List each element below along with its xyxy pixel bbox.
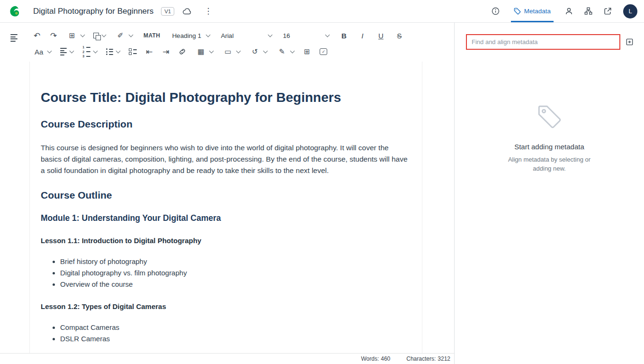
tab-metadata-label: Metadata [524, 8, 551, 15]
document-page[interactable]: Course Title: Digital Photography for Be… [29, 62, 422, 353]
add-metadata-icon[interactable] [626, 38, 634, 46]
frame-icon: ▭ [222, 45, 233, 58]
chevron-down-icon [325, 32, 330, 37]
checklist-icon [129, 48, 137, 55]
chevron-down-icon [290, 48, 295, 53]
annotate-dropdown[interactable]: ✎ [274, 45, 296, 58]
add-block-button[interactable]: ⊞ [301, 45, 313, 58]
bullet-list-icon [106, 48, 113, 55]
app-logo-icon [9, 5, 21, 18]
editor-pane: ↶ ↷ ⊞ ✐ MATH Heading 1 [0, 23, 455, 364]
table-dropdown[interactable]: ▦ [193, 45, 215, 58]
word-count-label: Words: [361, 355, 379, 362]
undo-button[interactable]: ↶ [31, 29, 43, 42]
metadata-empty-state: Start adding metadata Align metadata by … [455, 103, 644, 173]
version-badge[interactable]: V1 [161, 7, 174, 16]
font-family-value: Arial [221, 32, 233, 39]
math-button[interactable]: MATH [140, 32, 164, 39]
align-left-icon [60, 48, 67, 55]
font-size-select[interactable]: 16 [280, 29, 332, 42]
outdent-button[interactable]: ⇤ [143, 45, 155, 58]
cloud-icon [183, 8, 192, 15]
outline-toggle-icon[interactable] [10, 34, 18, 42]
link-icon [179, 48, 186, 55]
indent-button[interactable]: ⇥ [160, 45, 171, 58]
paint-icon: ✐ [115, 29, 126, 42]
hierarchy-icon[interactable] [584, 7, 592, 15]
link-button[interactable] [177, 45, 188, 58]
chevron-down-icon [116, 48, 121, 53]
insert-block-dropdown[interactable]: ⊞ [64, 29, 86, 42]
align-dropdown[interactable] [58, 45, 75, 58]
cloud-sync-icon[interactable] [183, 8, 192, 15]
character-count-label: Characters: [406, 355, 436, 362]
history-dropdown[interactable]: ↺ [247, 45, 269, 58]
editor-content: Course Title: Digital Photography for Be… [0, 62, 454, 353]
doc-lesson12-list: Compact Cameras DSLR Cameras [41, 322, 410, 345]
list-item: Overview of the course [60, 279, 410, 290]
metadata-search-highlight [466, 34, 620, 50]
user-icon[interactable] [565, 7, 573, 15]
tab-metadata[interactable]: Metadata [511, 0, 554, 22]
header-right: Metadata L [492, 0, 637, 22]
layout-dropdown[interactable] [91, 29, 107, 42]
metadata-search-input[interactable] [467, 35, 619, 49]
heading-style-select[interactable]: Heading 1 [169, 29, 213, 42]
underline-button[interactable]: U [374, 29, 387, 42]
numbered-list-icon: 1 2 3 [82, 46, 90, 58]
doc-description-paragraph: This course is designed for beginners wh… [41, 142, 410, 176]
list-item: Compact Cameras [60, 322, 410, 333]
word-count: Words: 460 [361, 355, 390, 362]
character-count: Characters: 3212 [406, 355, 450, 362]
share-icon[interactable] [604, 7, 612, 15]
tag-icon [514, 8, 521, 15]
tag-large-icon [536, 103, 563, 130]
chevron-down-icon [102, 32, 107, 37]
list-item: Digital photography vs. film photography [60, 267, 410, 279]
doc-outline-heading: Course Outline [41, 190, 410, 201]
numbered-list-dropdown[interactable]: 1 2 3 [80, 45, 99, 58]
chevron-down-icon [236, 48, 241, 53]
list-item: Brief history of photography [60, 256, 410, 267]
list-item: DSLR Cameras [60, 333, 410, 345]
app-logo[interactable] [8, 4, 23, 19]
font-family-select[interactable]: Arial [218, 29, 275, 42]
chevron-down-icon [129, 32, 134, 37]
heading-style-value: Heading 1 [172, 32, 201, 39]
more-options-button[interactable]: ⋮ [201, 6, 215, 16]
italic-button[interactable]: I [356, 29, 369, 42]
info-icon[interactable] [492, 7, 500, 15]
history-icon: ↺ [249, 45, 260, 58]
document-title[interactable]: Digital Photography for Beginners [33, 7, 153, 16]
comment-check-icon: ✓ [320, 48, 327, 55]
edit-icon: ✎ [276, 45, 287, 58]
chevron-down-icon [263, 48, 268, 53]
chevron-down-icon [70, 48, 74, 53]
insert-grid-icon: ⊞ [66, 29, 78, 42]
header-left: Digital Photography for Beginners V1 ⋮ [8, 0, 215, 22]
text-case-icon: Aa [33, 45, 45, 58]
avatar[interactable]: L [623, 4, 637, 18]
chevron-down-icon [206, 32, 211, 37]
doc-description-heading: Course Description [41, 118, 410, 130]
chevron-down-icon [47, 48, 52, 53]
chevron-down-icon [93, 48, 98, 53]
top-bar: Digital Photography for Beginners V1 ⋮ M… [0, 0, 644, 23]
chevron-down-icon [268, 32, 273, 37]
toolbar-row-1: ↶ ↷ ⊞ ✐ MATH Heading 1 [31, 27, 450, 44]
bullet-list-dropdown[interactable] [104, 45, 122, 58]
editor-toolbar: ↶ ↷ ⊞ ✐ MATH Heading 1 [0, 23, 454, 62]
doc-title-heading: Course Title: Digital Photography for Be… [41, 90, 410, 105]
status-bar: Words: 460 Characters: 3212 [0, 353, 454, 364]
frame-dropdown[interactable]: ▭ [220, 45, 242, 58]
chevron-down-icon [209, 48, 214, 53]
comment-check-button[interactable]: ✓ [318, 45, 329, 58]
doc-module1-heading: Module 1: Understanding Your Digital Cam… [41, 213, 410, 223]
font-size-value: 16 [283, 32, 290, 39]
redo-button[interactable]: ↷ [48, 29, 59, 42]
bold-button[interactable]: B [337, 29, 350, 42]
strikethrough-button[interactable]: S [393, 29, 406, 42]
format-paint-dropdown[interactable]: ✐ [113, 29, 134, 42]
text-case-dropdown[interactable]: Aa [31, 45, 53, 58]
checklist-button[interactable] [127, 45, 138, 58]
